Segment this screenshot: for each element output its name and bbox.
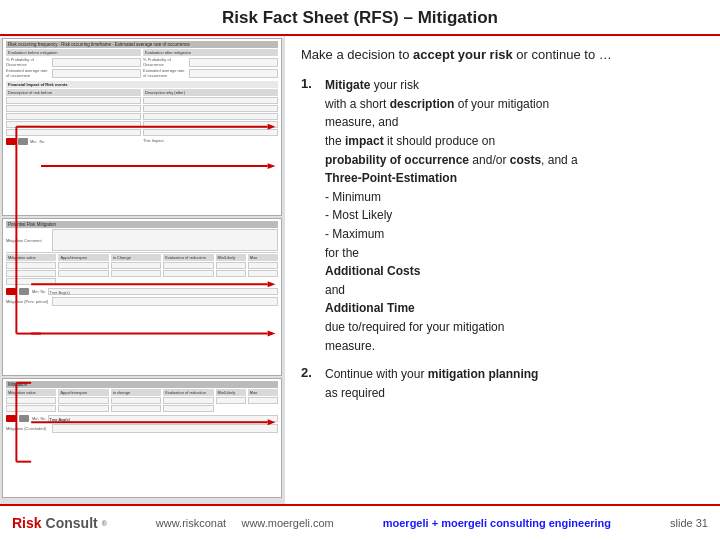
form-field[interactable]: [248, 397, 278, 404]
sub-list-item: Maximum: [325, 225, 578, 244]
item-content-2: Continue with your mitigation planning a…: [325, 365, 538, 402]
form-field[interactable]: [6, 97, 141, 104]
form-field[interactable]: [216, 262, 246, 269]
footer-urls: www.riskconat www.moergeli.com: [156, 517, 334, 529]
form-field[interactable]: [58, 405, 108, 412]
left-panel: Risk occurring frequency · Risk occurrin…: [0, 36, 285, 504]
intro-text: Make a decision to accept your risk or c…: [301, 46, 706, 64]
form-field[interactable]: [6, 397, 56, 404]
form-mid-section: Potential Risk Mitigation Mitigation Com…: [2, 218, 282, 376]
form-label: % Probability of Occurrence: [143, 57, 188, 67]
form-field[interactable]: [163, 270, 213, 277]
form-btn-red[interactable]: [6, 138, 16, 145]
form-field[interactable]: [52, 297, 278, 306]
form-field[interactable]: [143, 97, 278, 104]
form-field[interactable]: [52, 229, 278, 251]
sub-list-item: Minimum: [325, 188, 578, 207]
form-field[interactable]: [6, 270, 56, 277]
page-container: Risk Fact Sheet (RFS) – Mitigation Risk …: [0, 0, 720, 540]
logo-risk-text: Risk: [12, 515, 42, 531]
form-field[interactable]: [163, 405, 213, 412]
item-content-1: Mitigate your risk with a short descript…: [325, 76, 578, 355]
logo-trademark: ®: [102, 520, 107, 527]
form-field[interactable]: [189, 69, 278, 78]
page-title: Risk Fact Sheet (RFS) – Mitigation: [222, 8, 498, 27]
form-label: Mitigation Comment: [6, 238, 51, 243]
form-field[interactable]: [111, 397, 161, 404]
form-bot-section: Mitigation Mitigation value Apps/timespa…: [2, 378, 282, 498]
form-field[interactable]: [58, 262, 108, 269]
form-field[interactable]: [143, 129, 278, 136]
form-label: Estimated average rate of occurrence: [143, 68, 188, 78]
right-panel: Make a decision to accept your risk or c…: [285, 36, 720, 504]
list-item-1: 1. Mitigate your risk with a short descr…: [301, 76, 706, 355]
form-section-label: Financial Impact of Risk events: [6, 81, 278, 88]
form-field[interactable]: [6, 113, 141, 120]
numbered-list: 1. Mitigate your risk with a short descr…: [301, 76, 706, 412]
url1: www.riskconat: [156, 517, 226, 529]
form-label: Mitigation (Prev. period): [6, 299, 51, 304]
form-btn-gray[interactable]: [19, 288, 29, 295]
form-btn-gray[interactable]: [19, 415, 29, 422]
form-field[interactable]: [6, 405, 56, 412]
form-field[interactable]: [6, 278, 56, 285]
form-top-section: Risk occurring frequency · Risk occurrin…: [2, 38, 282, 216]
sub-list-item: Most Likely: [325, 206, 578, 225]
form-field[interactable]: [52, 58, 141, 67]
url2: www.moergeli.com: [241, 517, 333, 529]
partner-text: moergeli + moergeli consulting engineeri…: [383, 517, 611, 529]
form-label: Estimated average rate of occurrence: [6, 68, 51, 78]
form-field[interactable]: [111, 262, 161, 269]
form-field[interactable]: [6, 129, 141, 136]
sub-list: Minimum Most Likely Maximum: [325, 188, 578, 244]
form-area: Risk occurring frequency · Risk occurrin…: [0, 38, 284, 504]
item-number-1: 1.: [301, 76, 317, 355]
form-field[interactable]: [58, 397, 108, 404]
form-field[interactable]: [163, 397, 213, 404]
page-header: Risk Fact Sheet (RFS) – Mitigation: [0, 0, 720, 36]
form-field[interactable]: [58, 270, 108, 277]
form-label: % Probability of Occurrence: [6, 57, 51, 67]
form-label: Mitigation (Concluded): [6, 426, 51, 431]
logo-consult-text: Consult: [46, 515, 98, 531]
form-btn-red[interactable]: [6, 288, 16, 295]
form-field[interactable]: [248, 270, 278, 277]
main-content: Risk occurring frequency · Risk occurrin…: [0, 36, 720, 504]
form-top-header: Risk occurring frequency · Risk occurrin…: [6, 41, 278, 48]
form-field[interactable]: [52, 424, 278, 433]
footer-partner: moergeli + moergeli consulting engineeri…: [383, 517, 611, 529]
form-field[interactable]: [216, 397, 246, 404]
form-field[interactable]: [111, 270, 161, 277]
form-bot-header: Mitigation: [6, 381, 278, 388]
form-btn-red[interactable]: [6, 415, 16, 422]
list-item-2: 2. Continue with your mitigation plannin…: [301, 365, 706, 402]
form-field[interactable]: [143, 105, 278, 112]
form-field[interactable]: [111, 405, 161, 412]
form-field[interactable]: [189, 58, 278, 67]
form-field[interactable]: [248, 262, 278, 269]
form-field[interactable]: [6, 105, 141, 112]
form-field[interactable]: [143, 121, 278, 128]
form-field[interactable]: [143, 113, 278, 120]
form-field[interactable]: [163, 262, 213, 269]
form-btn-gray[interactable]: [18, 138, 28, 145]
form-mid-header: Potential Risk Mitigation: [6, 221, 278, 228]
footer: RiskConsult® www.riskconat www.moergeli.…: [0, 504, 720, 540]
form-field[interactable]: [52, 69, 141, 78]
footer-logo: RiskConsult®: [12, 515, 107, 531]
form-field[interactable]: [6, 262, 56, 269]
form-field[interactable]: [6, 121, 141, 128]
item-number-2: 2.: [301, 365, 317, 402]
footer-slide: slide 31: [670, 517, 708, 529]
form-field[interactable]: [216, 270, 246, 277]
